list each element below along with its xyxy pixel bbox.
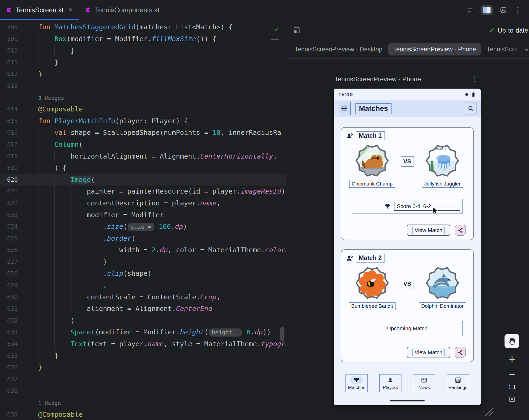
line-number[interactable]: 622 xyxy=(0,197,22,209)
gesture-handle[interactable] xyxy=(390,400,425,401)
line-number[interactable]: 617 xyxy=(0,139,22,150)
nav-players[interactable]: Players xyxy=(379,374,401,392)
share-button[interactable] xyxy=(455,225,466,236)
zoom-to-fit-button[interactable] xyxy=(506,396,518,404)
structure-view-icon[interactable] xyxy=(467,6,474,13)
line-number[interactable]: 628 xyxy=(0,268,22,279)
line-number[interactable]: 599 xyxy=(0,33,22,45)
line-number[interactable]: 632 xyxy=(0,315,22,327)
line-number[interactable]: 634 xyxy=(0,338,22,350)
code-text[interactable]: } xyxy=(38,68,42,80)
code-text[interactable]: width = 2.dp, color = MaterialTheme.colo… xyxy=(38,244,286,256)
menu-button[interactable] xyxy=(338,102,351,115)
code-text[interactable]: 3 Usages xyxy=(38,92,64,104)
code-text[interactable]: fun MatchesStaggeredGrid(matches: List<M… xyxy=(38,21,232,33)
share-button[interactable] xyxy=(455,347,466,358)
code-text[interactable]: Spacer(modifier = Modifier.height(height… xyxy=(38,326,271,338)
line-number[interactable]: 638 xyxy=(0,385,22,397)
preview-tab-phone[interactable]: TennisScreenPreview - Phone xyxy=(388,43,481,55)
code-text[interactable]: } xyxy=(38,57,58,68)
more-options-icon[interactable]: ⋮ xyxy=(514,6,522,14)
code-text[interactable]: contentDescription = player.name, xyxy=(38,197,220,209)
code-text[interactable]: .clip(shape) xyxy=(38,268,151,279)
close-tab-icon[interactable]: × xyxy=(68,6,73,14)
code-text[interactable]: contentScale = ContentScale.Crop, xyxy=(38,291,220,303)
line-number[interactable] xyxy=(0,397,22,409)
view-match-button[interactable]: View Match xyxy=(407,225,450,236)
image-preview-icon[interactable] xyxy=(500,6,507,13)
nav-matches[interactable]: Matches xyxy=(345,374,368,392)
code-text[interactable]: horizontalAlignment = Alignment.CenterHo… xyxy=(38,150,277,162)
line-number[interactable]: 637 xyxy=(0,373,22,385)
line-number[interactable]: 626 xyxy=(0,244,22,256)
code-text[interactable]: Column( xyxy=(38,139,83,150)
line-number[interactable]: 624 xyxy=(0,221,22,233)
line-number[interactable]: 633 xyxy=(0,326,22,338)
line-number[interactable]: 619 xyxy=(0,162,22,174)
code-text[interactable]: ) xyxy=(38,256,107,268)
pan-tool-button[interactable] xyxy=(505,334,519,348)
line-number[interactable]: 611 xyxy=(0,57,22,68)
code-text[interactable]: } xyxy=(38,45,75,57)
match-title: Match 1 xyxy=(356,131,385,140)
split-editor-preview-toggle[interactable] xyxy=(481,5,493,15)
zoom-in-button[interactable]: + xyxy=(506,353,518,365)
line-number[interactable]: 629 xyxy=(0,279,22,291)
code-text[interactable]: modifier = Modifier xyxy=(38,209,164,221)
search-button[interactable] xyxy=(465,103,477,114)
inspections-ok-icon[interactable]: ✓ xyxy=(274,24,279,34)
zoom-out-button[interactable]: − xyxy=(506,368,518,380)
line-number[interactable]: 612 xyxy=(0,68,22,80)
code-text[interactable]: ) { xyxy=(38,162,66,174)
preview-layout-icon[interactable] xyxy=(293,27,300,34)
code-text[interactable]: @Composable xyxy=(38,409,83,420)
code-editor[interactable]: 598fun MatchesStaggeredGrid(matches: Lis… xyxy=(0,20,286,420)
nav-news[interactable]: News xyxy=(413,374,435,392)
chevron-down-icon[interactable] xyxy=(523,46,529,53)
code-text[interactable]: Image( xyxy=(38,174,95,186)
line-number[interactable]: 621 xyxy=(0,186,22,197)
line-number[interactable]: 618 xyxy=(0,150,22,162)
line-number[interactable]: 635 xyxy=(0,350,22,362)
code-text[interactable]: @Composable xyxy=(38,103,83,115)
score-input[interactable]: Score 6-4, 6-2 xyxy=(394,202,460,211)
view-match-button[interactable]: View Match xyxy=(407,347,450,358)
preview-tab-desktop[interactable]: TennisScreenPreview - Desktop xyxy=(291,43,386,55)
code-text[interactable]: fun PlayerMatchInfo(player: Player) { xyxy=(38,115,188,127)
code-text[interactable]: ) xyxy=(38,315,75,327)
line-number[interactable]: 631 xyxy=(0,303,22,315)
line-number[interactable]: 639 xyxy=(0,409,22,420)
line-number[interactable]: 627 xyxy=(0,256,22,268)
line-number[interactable]: 615 xyxy=(0,115,22,127)
code-text[interactable]: Text(text = player.name, style = Materia… xyxy=(38,338,286,350)
preview-more-icon[interactable]: ⋮ xyxy=(471,74,479,83)
code-text[interactable]: } xyxy=(38,350,58,362)
code-text[interactable]: painter = painterResource(id = player.im… xyxy=(38,186,286,197)
line-number[interactable]: 598 xyxy=(0,21,22,33)
code-text[interactable]: Box(modifier = Modifier.fillMaxSize()) { xyxy=(38,33,216,45)
line-number[interactable]: 620 xyxy=(0,174,22,186)
line-number[interactable]: 613 xyxy=(0,80,22,92)
code-text[interactable]: } xyxy=(38,362,42,373)
line-number[interactable]: 636 xyxy=(0,362,22,373)
code-text[interactable]: 1 Usage xyxy=(38,397,61,409)
code-text[interactable]: .border( xyxy=(38,233,135,244)
code-text[interactable]: alignment = Alignment.CenterEnd xyxy=(38,303,212,315)
line-number[interactable]: 625 xyxy=(0,233,22,244)
line-number[interactable]: 614 xyxy=(0,103,22,115)
line-number[interactable]: 630 xyxy=(0,291,22,303)
line-number[interactable]: 623 xyxy=(0,209,22,221)
zoom-level[interactable]: 1:1 xyxy=(506,384,518,390)
editor-scrollbar-thumb[interactable] xyxy=(280,327,284,342)
tab-tenniscomponents[interactable]: TennisComponents.kt xyxy=(79,0,166,20)
line-number[interactable]: 616 xyxy=(0,127,22,139)
code-text[interactable]: .size(size = 100.dp) xyxy=(38,221,187,233)
preview-tab-clipped[interactable]: TennisScre xyxy=(484,43,521,55)
line-number[interactable] xyxy=(0,92,22,104)
code-text[interactable]: , xyxy=(38,279,107,291)
nav-rankings[interactable]: Rankings xyxy=(447,374,469,392)
code-text[interactable]: val shape = ScallopedShape(numPoints = 1… xyxy=(38,127,281,139)
line-number[interactable]: 610 xyxy=(0,45,22,57)
resize-grip[interactable] xyxy=(482,405,493,417)
tab-tennisscreen[interactable]: TennisScreen.kt × xyxy=(0,0,79,20)
